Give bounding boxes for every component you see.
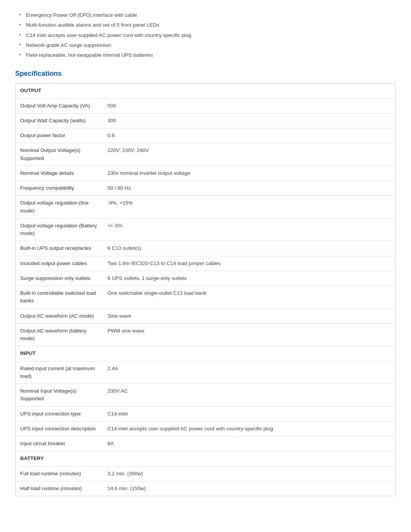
row-value: 300	[103, 113, 396, 128]
row-value: 220V; 230V; 240V	[103, 143, 396, 166]
row-value: 8A	[103, 436, 396, 451]
table-row: UPS input connection descriptionC14 inle…	[16, 421, 396, 436]
row-label: Output AC waveform (battery mode)	[16, 323, 103, 346]
table-row: Nominal Output Voltage(s) Supported220V;…	[16, 143, 396, 166]
table-row: Input circuit breaker8A	[16, 436, 396, 451]
row-value: Two 1.8m IEC320-C13 to C14 load jumper c…	[103, 256, 396, 271]
row-label: Input circuit breaker	[16, 436, 103, 451]
table-row: Built-in controllable switched load bank…	[16, 286, 396, 309]
row-label: Frequency compatibility	[16, 181, 103, 196]
row-value: 6 UPS outlets, 1 surge-only outlets	[103, 271, 396, 286]
table-row: UPS input connection typeC14 inlet	[16, 406, 396, 421]
row-value: 230v nominal inverter output voltage	[103, 166, 396, 181]
row-label: Half load runtime (minutes)	[16, 481, 103, 496]
section-header-row: BATTERY	[16, 451, 396, 466]
specifications-title: Specifications	[15, 70, 396, 78]
row-label: Nominal Input Voltage(s) Supported	[16, 384, 103, 407]
row-value: One switchable single-outlet C13 load ba…	[103, 286, 396, 309]
table-row: Nominal Input Voltage(s) Supported230V A…	[16, 384, 396, 407]
row-value: C14 inlet	[103, 406, 396, 421]
row-label: Output voltage regulation (Battery mode)	[16, 218, 103, 241]
row-label: UPS input connection type	[16, 406, 103, 421]
table-row: Output Volt Amp Capacity (VA)500	[16, 98, 396, 113]
table-row: Output power factor0.6	[16, 128, 396, 143]
row-label: Nominal Voltage details	[16, 166, 103, 181]
bullet-item: Emergency Power Off (EPO) interface with…	[19, 11, 396, 19]
section-header-label: OUTPUT	[16, 83, 396, 98]
row-value: PWM sine wave	[103, 323, 396, 346]
row-value: Sine wave	[103, 308, 396, 323]
row-label: Output Watt Capacity (watts)	[16, 113, 103, 128]
row-value: -8%, +15%	[103, 196, 396, 219]
table-row: Nominal Voltage details230v nominal inve…	[16, 166, 396, 181]
row-value: 14.6 min. (150w)	[103, 481, 396, 496]
table-row: Output AC waveform (AC mode)Sine wave	[16, 308, 396, 323]
row-value: 0.6	[103, 128, 396, 143]
row-value: 2.4A	[103, 361, 396, 384]
bullet-item: Network-grade AC surge suppression	[19, 42, 396, 49]
row-label: Surge suppression only outlets	[16, 271, 103, 286]
row-label: Rated input current (at maximum load)	[16, 361, 103, 384]
row-label: UPS input connection description	[16, 421, 103, 436]
row-label: Included output power cables	[16, 256, 103, 271]
row-value: +/- 5%	[103, 218, 396, 241]
table-row: Output voltage regulation (line mode)-8%…	[16, 196, 396, 219]
row-value: 3.2 min. (300w)	[103, 466, 396, 481]
table-row: Output AC waveform (battery mode)PWM sin…	[16, 323, 396, 346]
row-label: Built-in controllable switched load bank…	[16, 286, 103, 309]
section-header-row: OUTPUT	[16, 83, 396, 98]
table-row: Surge suppression only outlets6 UPS outl…	[16, 271, 396, 286]
row-label: Built-in UPS output receptacles	[16, 241, 103, 256]
row-label: Full load runtime (minutes)	[16, 466, 103, 481]
row-label: Output power factor	[16, 128, 103, 143]
row-label: Output AC waveform (AC mode)	[16, 308, 103, 323]
row-value: 230V AC	[103, 384, 396, 407]
row-label: Nominal Output Voltage(s) Supported	[16, 143, 103, 166]
table-row: Included output power cablesTwo 1.8m IEC…	[16, 256, 396, 271]
bullet-item: C14 inlet accepts user-supplied AC power…	[19, 32, 396, 39]
specifications-table: OUTPUTOutput Volt Amp Capacity (VA)500Ou…	[15, 83, 396, 496]
table-row: Built-in UPS output receptacles6 C13 out…	[16, 241, 396, 256]
table-row: Frequency compatibility50 / 60 Hz	[16, 181, 396, 196]
row-value: 500	[103, 98, 396, 113]
table-row: Output Watt Capacity (watts)300	[16, 113, 396, 128]
row-value: 6 C13 outlet(s)	[103, 241, 396, 256]
bullet-item: Multi-function audible alarms and set of…	[19, 21, 396, 29]
row-value: C14 inlet accepts user-supplied AC power…	[103, 421, 396, 436]
bullet-item: Field-replaceable, hot-swappable interna…	[19, 51, 396, 59]
section-header-row: INPUT	[16, 346, 396, 361]
row-label: Output Volt Amp Capacity (VA)	[16, 98, 103, 113]
section-header-label: INPUT	[16, 346, 396, 361]
table-row: Full load runtime (minutes)3.2 min. (300…	[16, 466, 396, 481]
row-label: Output voltage regulation (line mode)	[16, 196, 103, 219]
row-value: 50 / 60 Hz	[103, 181, 396, 196]
table-row: Output voltage regulation (Battery mode)…	[16, 218, 396, 241]
feature-bullet-list: Emergency Power Off (EPO) interface with…	[15, 11, 396, 59]
section-header-label: BATTERY	[16, 451, 396, 466]
table-row: Rated input current (at maximum load)2.4…	[16, 361, 396, 384]
table-row: Half load runtime (minutes)14.6 min. (15…	[16, 481, 396, 496]
